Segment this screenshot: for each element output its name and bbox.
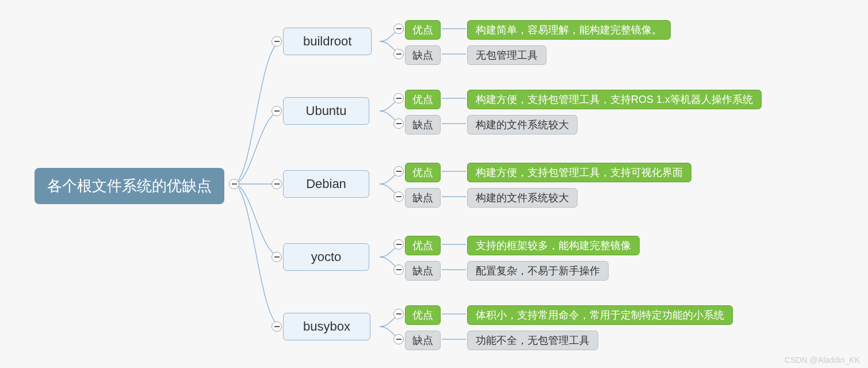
con-detail: 配置复杂，不易于新手操作 [467,261,609,281]
con-detail: 构建的文件系统较大 [467,115,578,135]
collapse-icon[interactable] [393,93,404,103]
collapse-icon[interactable] [229,179,239,189]
distro-node-buildroot[interactable]: buildroot [283,28,372,55]
pro-label[interactable]: 优点 [405,305,441,325]
root-node[interactable]: 各个根文件系统的优缺点 [35,168,224,204]
con-detail: 无包管理工具 [467,45,546,65]
distro-node-yocto[interactable]: yocto [283,243,369,271]
collapse-icon[interactable] [393,191,404,202]
collapse-icon[interactable] [393,49,404,59]
distro-node-debian[interactable]: Debian [283,170,369,198]
collapse-icon[interactable] [272,252,282,262]
collapse-icon[interactable] [393,118,404,129]
pro-label[interactable]: 优点 [405,20,441,40]
pro-label[interactable]: 优点 [405,90,441,109]
pro-detail: 构建简单，容易理解，能构建完整镜像。 [467,20,671,40]
collapse-icon[interactable] [272,179,282,189]
collapse-icon[interactable] [393,24,404,34]
collapse-icon[interactable] [272,36,282,47]
collapse-icon[interactable] [272,106,282,116]
watermark: CSDN @Aladdin_KK [785,355,860,365]
con-detail: 功能不全，无包管理工具 [467,331,598,350]
pro-label[interactable]: 优点 [405,163,441,182]
distro-node-ubuntu[interactable]: Ubuntu [283,97,369,125]
con-label[interactable]: 缺点 [405,115,441,135]
collapse-icon[interactable] [393,334,404,344]
pro-detail: 构建方便，支持包管理工具，支持可视化界面 [467,163,691,182]
distro-node-busybox[interactable]: busybox [283,313,370,340]
pro-label[interactable]: 优点 [405,236,441,255]
pro-detail: 体积小，支持常用命令，常用于定制特定功能的小系统 [467,305,733,325]
con-label[interactable]: 缺点 [405,188,441,208]
pro-detail: 构建方便，支持包管理工具，支持ROS 1.x等机器人操作系统 [467,90,762,109]
pro-detail: 支持的框架较多，能构建完整镜像 [467,236,640,255]
con-label[interactable]: 缺点 [405,331,441,350]
collapse-icon[interactable] [393,239,404,250]
collapse-icon[interactable] [393,166,404,177]
collapse-icon[interactable] [393,309,404,319]
con-label[interactable]: 缺点 [405,45,441,65]
collapse-icon[interactable] [393,264,404,275]
con-label[interactable]: 缺点 [405,261,441,281]
con-detail: 构建的文件系统较大 [467,188,578,208]
collapse-icon[interactable] [272,321,282,332]
